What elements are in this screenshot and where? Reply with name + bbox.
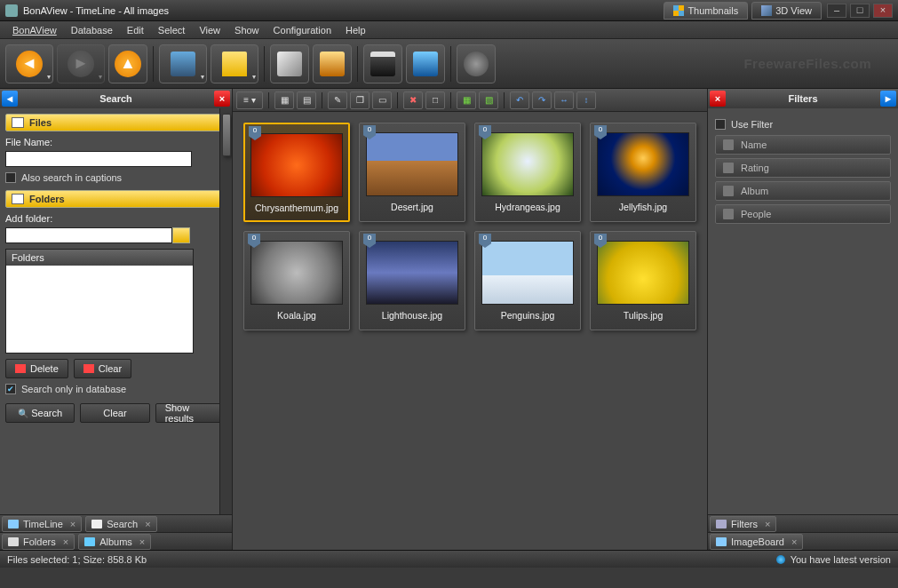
search-button[interactable]: Search	[5, 403, 75, 423]
open-folder-button[interactable]: ▾	[211, 44, 258, 83]
menu-show[interactable]: Show	[227, 23, 266, 37]
thumbnail-item[interactable]: 0Tulips.jpg	[590, 231, 696, 330]
main-toolbar: ◄▾ ►▾ ▲ ▾ ▾ FreewareFiles.com	[0, 39, 898, 89]
minimize-button[interactable]: –	[827, 4, 846, 18]
files-section-header[interactable]: Files	[5, 114, 225, 131]
tab-timeline[interactable]: TimeLine×	[2, 516, 82, 532]
menu-bar: BonAView Database Edit Select View Show …	[0, 21, 898, 39]
close-tab-icon[interactable]: ×	[791, 536, 797, 547]
thumbnail-item[interactable]: 0Chrysanthemum.jpg	[243, 123, 350, 222]
tb-btn-undo[interactable]: ↶	[510, 91, 529, 109]
settings-button[interactable]	[457, 44, 496, 83]
thumbnail-item[interactable]: 0Lighthouse.jpg	[359, 231, 465, 330]
filename-input[interactable]	[5, 151, 192, 167]
filter-item-name[interactable]: Name	[715, 135, 891, 155]
nav-forward-button[interactable]: ►▾	[57, 44, 105, 83]
tb-btn-rename[interactable]: □	[425, 91, 445, 109]
close-button[interactable]: ×	[873, 4, 893, 18]
filter-item-album[interactable]: Album	[715, 181, 891, 201]
left-tabs-row1: TimeLine× Search×	[0, 514, 232, 532]
thumbnail-item[interactable]: 0Jellyfish.jpg	[590, 123, 696, 222]
search-panel-title: Search	[18, 93, 214, 104]
tb-btn-rotate-v[interactable]: ↕	[576, 91, 596, 109]
filename-label: File Name:	[5, 137, 225, 147]
folders-section-header[interactable]: Folders	[5, 190, 225, 208]
tab-imageboard[interactable]: ImageBoard×	[710, 534, 803, 550]
tb-btn-tools[interactable]: ✎	[328, 91, 347, 109]
also-captions-checkbox[interactable]: Also search in captions	[5, 172, 225, 183]
delete-folder-button[interactable]: Delete	[5, 359, 68, 378]
addfolder-input[interactable]	[5, 227, 172, 243]
thumbnail-grid[interactable]: 0Chrysanthemum.jpg0Desert.jpg0Hydrangeas…	[233, 112, 707, 550]
use-filter-checkbox[interactable]: Use Filter	[715, 119, 891, 130]
tb-btn-2[interactable]: ▤	[297, 91, 316, 109]
tb-btn-1[interactable]: ▦	[274, 91, 294, 109]
tab-search[interactable]: Search×	[85, 516, 156, 532]
menu-bonaview[interactable]: BonAView	[5, 23, 64, 37]
close-tab-icon[interactable]: ×	[63, 536, 68, 547]
delete-icon	[15, 364, 26, 373]
menu-database[interactable]: Database	[64, 23, 120, 37]
thumbnail-caption: Desert.jpg	[364, 202, 460, 212]
close-search-panel-button[interactable]: ×	[214, 91, 230, 107]
thumbnail-item[interactable]: 0Koala.jpg	[243, 231, 350, 330]
thumbnail-toolbar: ≡ ▾ ▦ ▤ ✎ ❐ ▭ ✖ □ ▦ ▧ ↶ ↷ ↔ ↕	[233, 89, 707, 112]
filter-icon	[723, 139, 734, 150]
close-tab-icon[interactable]: ×	[145, 519, 150, 529]
clear-search-button[interactable]: Clear	[80, 403, 149, 423]
thumbnail-caption: Tulips.jpg	[595, 310, 691, 321]
maximize-button[interactable]: □	[850, 4, 870, 18]
left-scrollbar[interactable]	[219, 108, 232, 514]
thumbnail-item[interactable]: 0Hydrangeas.jpg	[474, 123, 581, 222]
tb-btn-delete[interactable]: ✖	[403, 91, 423, 109]
tab-thumbnails[interactable]: Thumbnails	[664, 2, 748, 20]
menu-edit[interactable]: Edit	[120, 23, 151, 37]
search-icon	[18, 408, 28, 418]
thumbnail-caption: Koala.jpg	[249, 310, 345, 321]
menu-select[interactable]: Select	[151, 23, 193, 37]
import-button[interactable]: ▾	[159, 44, 207, 83]
search-only-db-checkbox[interactable]: ✔ Search only in database	[5, 384, 225, 394]
filter-item-rating[interactable]: Rating	[715, 158, 891, 178]
filter-item-people[interactable]: People	[715, 204, 891, 224]
slideshow-button[interactable]	[406, 44, 445, 83]
thumbnail-caption: Jellyfish.jpg	[595, 202, 691, 212]
tab-albums[interactable]: Albums×	[78, 534, 151, 550]
edit-tools-button[interactable]	[270, 44, 309, 83]
tab-3d-view[interactable]: 3D View	[751, 2, 822, 20]
browse-folder-button[interactable]	[172, 227, 190, 243]
thumbnail-item[interactable]: 0Desert.jpg	[359, 123, 465, 222]
thumbnail-item[interactable]: 0Penguins.jpg	[474, 231, 581, 330]
close-tab-icon[interactable]: ×	[765, 519, 770, 529]
toolbar-separator	[264, 46, 265, 82]
menu-configuration[interactable]: Configuration	[266, 23, 338, 37]
clear-icon	[83, 364, 94, 373]
menu-view[interactable]: View	[192, 23, 227, 37]
tb-btn-export[interactable]: ▧	[479, 91, 498, 109]
close-tab-icon[interactable]: ×	[70, 519, 75, 529]
tb-btn-redo[interactable]: ↷	[532, 91, 552, 109]
print-button[interactable]	[363, 44, 402, 83]
tb-btn-paste[interactable]: ▭	[372, 91, 392, 109]
show-results-button[interactable]: Show results	[155, 403, 225, 423]
nav-up-button[interactable]: ▲	[108, 44, 147, 83]
folders-listbox[interactable]: Folders	[5, 249, 194, 354]
tb-btn-copy[interactable]: ❐	[350, 91, 370, 109]
clear-folders-button[interactable]: Clear	[74, 359, 131, 378]
tb-btn-rotate-h[interactable]: ↔	[554, 91, 574, 109]
menu-help[interactable]: Help	[338, 23, 373, 37]
close-tab-icon[interactable]: ×	[139, 536, 145, 547]
title-bar: BonAView - TimeLine - All images Thumbna…	[0, 0, 898, 21]
nav-back-button[interactable]: ◄▾	[5, 44, 53, 83]
tb-btn-add[interactable]: ▦	[457, 91, 476, 109]
close-filters-panel-button[interactable]: ×	[710, 91, 726, 107]
update-status-icon	[776, 555, 785, 564]
image-effects-button[interactable]	[313, 44, 352, 83]
tab-filters[interactable]: Filters×	[710, 516, 776, 532]
tab-folders[interactable]: Folders×	[2, 534, 75, 550]
collapse-right-button[interactable]: ►	[880, 91, 896, 107]
filter-icon	[723, 209, 734, 219]
view-mode-button[interactable]: ≡ ▾	[236, 91, 263, 109]
filters-tab-icon	[716, 520, 727, 528]
collapse-left-button[interactable]: ◄	[2, 91, 18, 107]
